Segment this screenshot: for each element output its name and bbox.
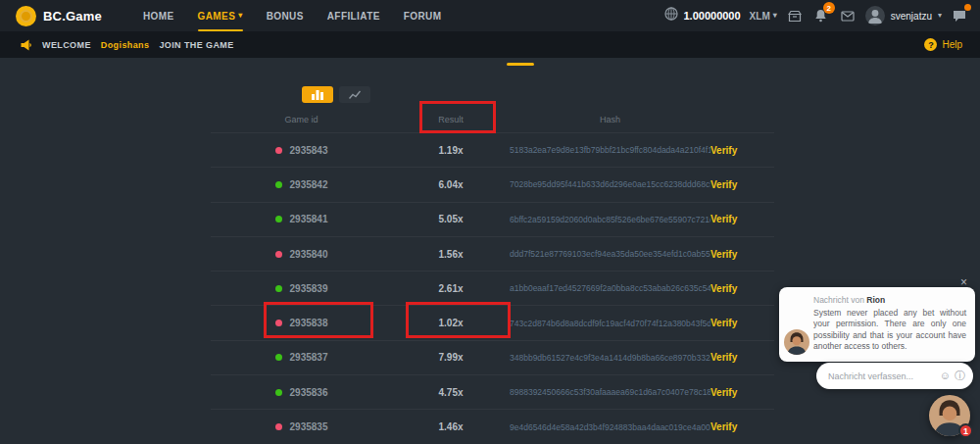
result-value: 2.61x <box>392 283 510 294</box>
hash-value: ddd7f521e87769103ecf94ea35da50ee354efd1c… <box>510 249 710 259</box>
hash-value: 6bffc2a59159d2060d0abc85f526e6be676e5590… <box>510 215 710 224</box>
announcement-text: WELCOME Dogishans JOIN THE GAME <box>0 39 234 51</box>
main-nav: HOME GAMES▾ BONUS AFFILIATE FORUM <box>143 0 441 31</box>
chevron-down-icon: ▾ <box>938 12 942 20</box>
nav-item-forum[interactable]: FORUM <box>404 0 442 31</box>
chat-message-text: System never placed any bet without your… <box>813 308 966 353</box>
verify-link[interactable]: Verify <box>710 387 774 398</box>
game-id-cell: 2935843 <box>211 145 392 156</box>
megaphone-icon <box>20 39 32 51</box>
game-id-cell: 2935841 <box>211 214 392 224</box>
wallet-icon <box>788 10 802 23</box>
table-row: 2935840 1.56x ddd7f521e87769103ecf94ea35… <box>211 236 774 271</box>
chat-notification-dot <box>964 4 971 11</box>
table-row: 2935836 4.75x 8988392450666c53f30afaaaea… <box>211 374 774 409</box>
result-status-dot <box>275 147 282 154</box>
table-row: 2935835 1.46x 9e4d6546d4e58a42d3b4f92488… <box>211 409 774 443</box>
game-id: 2935837 <box>290 352 328 363</box>
bar-chart-icon <box>312 90 323 100</box>
nav-item-bonus[interactable]: BONUS <box>267 0 304 31</box>
game-id-cell: 2935842 <box>211 179 392 190</box>
result-status-dot <box>275 423 282 430</box>
chat-close-icon[interactable]: × <box>960 275 967 289</box>
table-row: 2935843 1.19x 5183a2ea7e9d8e13fb79bbf21b… <box>211 132 774 167</box>
result-value: 6.04x <box>392 179 510 190</box>
result-status-dot <box>275 181 282 188</box>
table-row: 2935839 2.61x a1bb0eaaf17ed4527669f2a0bb… <box>211 271 774 305</box>
bets-list-button[interactable] <box>302 86 333 103</box>
game-id: 2935842 <box>290 179 328 190</box>
balance-display[interactable]: 1.00000000 <box>664 7 740 25</box>
result-status-dot <box>275 216 282 222</box>
chat-sender-name: Rion <box>866 295 885 305</box>
chat-message-input[interactable] <box>828 371 936 381</box>
result-status-dot <box>275 285 282 292</box>
table-row: 2935842 6.04x 7028be95dd95f441b633d6d296… <box>211 167 774 201</box>
chat-input-bar: ☺ ⓘ <box>816 363 973 389</box>
nav-item-home[interactable]: HOME <box>143 0 174 31</box>
wallet-button[interactable] <box>786 7 804 25</box>
result-value: 1.56x <box>392 249 510 260</box>
join-label: JOIN THE GAME <box>159 40 233 50</box>
verify-link[interactable]: Verify <box>710 179 774 190</box>
annotation-box-game-id <box>264 302 373 338</box>
game-id: 2935836 <box>290 387 328 398</box>
bets-table: Game id Result Hash 2935843 1.19x 5183a2… <box>211 106 774 444</box>
game-id: 2935840 <box>290 249 328 260</box>
nav-item-affiliate[interactable]: AFFILIATE <box>327 0 380 31</box>
hash-value: 743c2d874b6d8a8dcdf9fc19acf4d70f74f12a38… <box>510 319 710 328</box>
username: svenjatzu <box>891 11 932 22</box>
game-id: 2935835 <box>290 421 328 432</box>
nav-item-games[interactable]: GAMES▾ <box>198 0 243 31</box>
help-link[interactable]: ? Help <box>924 38 980 51</box>
result-status-dot <box>275 251 282 258</box>
welcome-label: WELCOME <box>42 40 91 50</box>
chat-sender-avatar <box>784 329 809 355</box>
balance-amount: 1.00000000 <box>683 10 740 22</box>
chat-from-line: Nachricht von Rion <box>813 295 966 305</box>
verify-link[interactable]: Verify <box>710 352 774 363</box>
verify-link[interactable]: Verify <box>710 249 774 260</box>
verify-link[interactable]: Verify <box>710 145 774 156</box>
game-id-cell: 2935839 <box>211 283 392 294</box>
messages-button[interactable] <box>839 7 857 25</box>
topbar-right: 1.00000000 XLM ▾ 2 svenjatzu ▾ <box>664 6 980 25</box>
top-navigation-bar: BC.Game HOME GAMES▾ BONUS AFFILIATE FORU… <box>0 0 980 31</box>
chat-launcher-button[interactable]: 1 <box>929 395 970 436</box>
game-id: 2935843 <box>290 145 328 156</box>
user-avatar <box>865 6 885 25</box>
hash-value: 9e4d6546d4e58a42d3b4f924883baa4daac019ce… <box>510 422 710 432</box>
header-hash: Hash <box>510 115 710 124</box>
view-toggle-group <box>302 86 370 103</box>
notifications-button[interactable]: 2 <box>812 7 830 25</box>
notification-badge: 2 <box>823 2 835 14</box>
game-id: 2935841 <box>290 214 328 224</box>
live-chat-button[interactable] <box>951 7 968 25</box>
emoji-icon[interactable]: ☺ <box>940 370 951 381</box>
welcomed-username: Dogishans <box>101 40 150 50</box>
active-tab-indicator <box>507 63 534 66</box>
verify-link[interactable]: Verify <box>710 318 774 328</box>
table-row: 2935841 5.05x 6bffc2a59159d2060d0abc85f5… <box>211 202 774 236</box>
result-status-dot <box>275 389 282 396</box>
annotation-box-result-header <box>419 101 496 133</box>
result-value: 1.19x <box>392 145 510 156</box>
unread-count-badge: 1 <box>958 423 973 438</box>
verify-link[interactable]: Verify <box>710 421 774 432</box>
game-id-cell: 2935840 <box>211 249 392 260</box>
coin-globe-icon <box>664 7 678 25</box>
info-icon[interactable]: ⓘ <box>955 370 965 381</box>
game-id-cell: 2935836 <box>211 387 392 398</box>
hash-value: 348bb9db61527e4c9f3e4a1414d9b8ba66ce8970… <box>510 353 710 363</box>
user-menu[interactable]: svenjatzu ▾ <box>865 6 942 25</box>
game-id-cell: 2935837 <box>211 352 392 363</box>
currency-selector[interactable]: XLM ▾ <box>750 11 777 22</box>
bc-coin-icon <box>16 6 36 26</box>
table-body: 2935843 1.19x 5183a2ea7e9d8e13fb79bbf21b… <box>211 132 774 444</box>
verify-link[interactable]: Verify <box>710 214 774 224</box>
chevron-down-icon: ▾ <box>238 12 242 20</box>
brand-logo[interactable]: BC.Game <box>0 6 102 26</box>
trends-button[interactable] <box>339 86 370 103</box>
help-icon: ? <box>924 38 937 51</box>
verify-link[interactable]: Verify <box>710 283 774 294</box>
